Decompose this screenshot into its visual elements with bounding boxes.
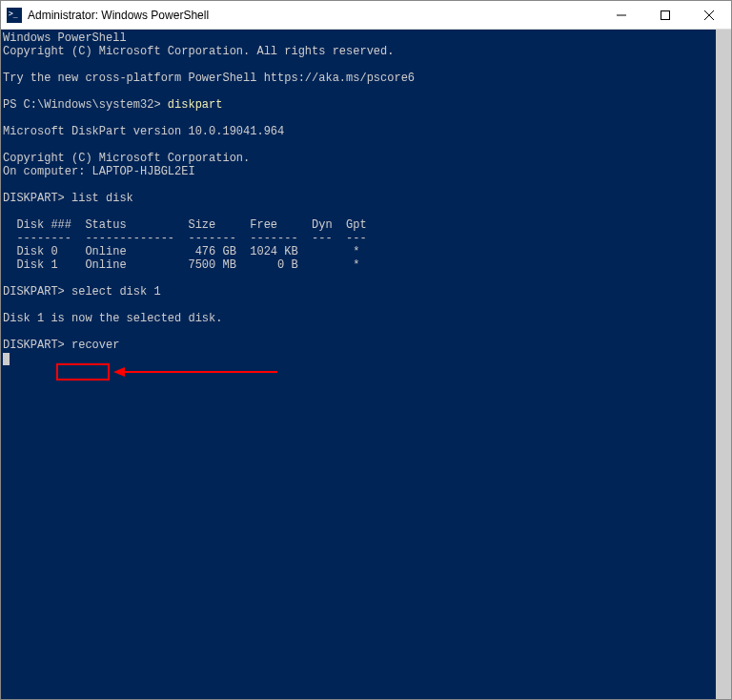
- output-line: Disk 0 Online 476 GB 1024 KB *: [3, 245, 359, 258]
- vertical-scrollbar[interactable]: [716, 30, 731, 699]
- command-input: diskpart: [168, 98, 223, 112]
- powershell-window: Administrator: Windows PowerShell Window…: [0, 0, 732, 700]
- output-line: Disk 1 is now the selected disk.: [3, 312, 222, 325]
- window-controls: [600, 1, 731, 30]
- output-line: On computer: LAPTOP-HJBGL2EI: [3, 165, 195, 178]
- prompt-prefix: PS C:\Windows\system32>: [3, 98, 168, 112]
- svg-rect-1: [661, 10, 670, 19]
- output-line: Try the new cross-platform PowerShell ht…: [3, 72, 415, 85]
- output-line: Copyright (C) Microsoft Corporation. All…: [3, 45, 394, 58]
- window-title: Administrator: Windows PowerShell: [28, 9, 600, 22]
- annotation-highlight-box: [56, 363, 110, 381]
- scrollbar-thumb[interactable]: [716, 30, 731, 699]
- titlebar[interactable]: Administrator: Windows PowerShell: [1, 1, 731, 30]
- prompt-prefix: DISKPART>: [3, 339, 71, 352]
- output-line: Disk 1 Online 7500 MB 0 B *: [3, 258, 359, 272]
- powershell-icon: [7, 8, 22, 23]
- terminal-output[interactable]: Windows PowerShell Copyright (C) Microso…: [1, 30, 716, 699]
- maximize-button[interactable]: [643, 1, 687, 30]
- close-button[interactable]: [687, 1, 731, 30]
- output-line: DISKPART> select disk 1: [3, 285, 161, 299]
- annotation-arrow: [113, 367, 277, 379]
- terminal-area: Windows PowerShell Copyright (C) Microso…: [1, 30, 731, 699]
- output-line: DISKPART> list disk: [3, 192, 133, 205]
- command-input: recover: [71, 339, 119, 352]
- output-line: Copyright (C) Microsoft Corporation.: [3, 152, 250, 165]
- output-line: Disk ### Status Size Free Dyn Gpt: [3, 218, 367, 232]
- output-line: -------- ------------- ------- ------- -…: [3, 232, 367, 245]
- minimize-button[interactable]: [600, 1, 643, 30]
- cursor: [3, 353, 10, 365]
- output-line: Windows PowerShell: [3, 31, 127, 45]
- output-line: Microsoft DiskPart version 10.0.19041.96…: [3, 125, 284, 138]
